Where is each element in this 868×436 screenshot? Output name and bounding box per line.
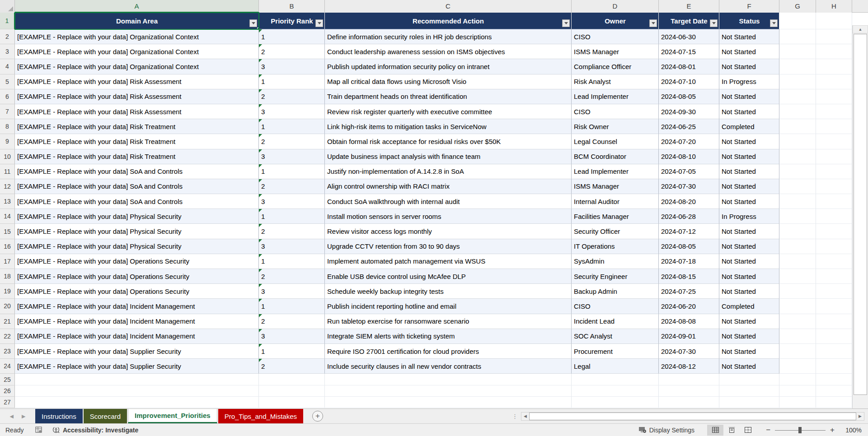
cell-rank[interactable]: 1 (259, 299, 325, 314)
header-cell-status[interactable]: Status (719, 13, 779, 29)
cell-target-date[interactable]: 2024-08-05 (659, 89, 719, 104)
cell-action[interactable]: Upgrade CCTV retention from 30 to 90 day… (325, 239, 572, 254)
cell-owner[interactable]: Security Engineer (572, 269, 659, 284)
empty-cell[interactable] (816, 385, 852, 397)
cell-domain[interactable]: [EXAMPLE - Replace with your data] Opera… (15, 254, 259, 269)
vertical-scrollbar[interactable]: ▲ ▼ (852, 25, 868, 421)
row-header-6[interactable]: 6 (0, 89, 15, 104)
cell-domain[interactable]: [EXAMPLE - Replace with your data] Risk … (15, 74, 259, 89)
cell-action[interactable]: Conduct leadership awareness session on … (325, 44, 572, 59)
cell-domain[interactable]: [EXAMPLE - Replace with your data] Organ… (15, 44, 259, 59)
cell-action[interactable]: Map all critical data flows using Micros… (325, 74, 572, 89)
cell-rank[interactable]: 2 (259, 89, 325, 104)
column-header-f[interactable]: F (719, 0, 779, 13)
row-header-20[interactable]: 20 (0, 299, 15, 314)
header-cell-target-date[interactable]: Target Date (659, 13, 719, 29)
row-header-7[interactable]: 7 (0, 104, 15, 119)
cell-target-date[interactable]: 2024-08-10 (659, 149, 719, 164)
cell-owner[interactable]: ISMS Manager (572, 179, 659, 194)
cell-target-date[interactable]: 2024-07-20 (659, 134, 719, 149)
cell-owner[interactable]: Lead Implementer (572, 164, 659, 179)
empty-cell[interactable] (779, 13, 816, 29)
cell-rank[interactable]: 1 (259, 29, 325, 44)
filter-button[interactable] (562, 19, 570, 27)
cell-status[interactable]: Not Started (719, 134, 779, 149)
cell-action[interactable]: Review risk register quarterly with exec… (325, 104, 572, 119)
cell-target-date[interactable]: 2024-09-01 (659, 329, 719, 344)
empty-cell[interactable] (779, 179, 816, 194)
cell-rank[interactable]: 2 (259, 269, 325, 284)
row-header-5[interactable]: 5 (0, 74, 15, 89)
normal-view-button[interactable] (707, 425, 723, 436)
empty-cell[interactable] (779, 269, 816, 284)
cell-owner[interactable]: SysAdmin (572, 254, 659, 269)
cell-target-date[interactable]: 2024-07-18 (659, 254, 719, 269)
cell-status[interactable]: Not Started (719, 149, 779, 164)
zoom-slider-thumb[interactable] (798, 427, 802, 433)
cell-domain[interactable]: [EXAMPLE - Replace with your data] Risk … (15, 104, 259, 119)
cell-target-date[interactable]: 2024-08-05 (659, 239, 719, 254)
cell-rank[interactable]: 3 (259, 149, 325, 164)
cell-domain[interactable]: [EXAMPLE - Replace with your data] Incid… (15, 299, 259, 314)
empty-cell[interactable] (15, 385, 259, 397)
cell-owner[interactable]: BCM Coordinator (572, 149, 659, 164)
cell-domain[interactable]: [EXAMPLE - Replace with your data] Physi… (15, 209, 259, 224)
cell-target-date[interactable]: 2024-08-15 (659, 269, 719, 284)
filter-button[interactable] (315, 19, 323, 27)
empty-cell[interactable] (779, 209, 816, 224)
empty-cell[interactable] (816, 89, 852, 104)
cell-owner[interactable]: Incident Lead (572, 314, 659, 329)
cell-owner[interactable]: CISO (572, 104, 659, 119)
row-header-14[interactable]: 14 (0, 209, 15, 224)
cell-action[interactable]: Define information security roles in HR … (325, 29, 572, 44)
cell-owner[interactable]: Compliance Officer (572, 59, 659, 74)
empty-cell[interactable] (816, 269, 852, 284)
empty-cell[interactable] (659, 385, 719, 397)
empty-cell[interactable] (572, 374, 659, 385)
cell-target-date[interactable]: 2024-09-30 (659, 104, 719, 119)
column-header-g[interactable]: G (779, 0, 816, 13)
empty-cell[interactable] (779, 104, 816, 119)
header-cell-domain-area[interactable]: Domain Area (15, 13, 259, 29)
empty-cell[interactable] (779, 254, 816, 269)
cell-action[interactable]: Publish incident reporting hotline and e… (325, 299, 572, 314)
cell-domain[interactable]: [EXAMPLE - Replace with your data] Organ… (15, 29, 259, 44)
header-cell-owner[interactable]: Owner (572, 13, 659, 29)
row-header-17[interactable]: 17 (0, 254, 15, 269)
cell-domain[interactable]: [EXAMPLE - Replace with your data] SoA a… (15, 179, 259, 194)
cell-action[interactable]: Obtain formal risk acceptance for residu… (325, 134, 572, 149)
empty-cell[interactable] (779, 59, 816, 74)
cell-target-date[interactable]: 2024-07-12 (659, 224, 719, 239)
cell-target-date[interactable]: 2024-08-12 (659, 359, 719, 374)
cell-rank[interactable]: 3 (259, 329, 325, 344)
add-sheet-button[interactable]: + (312, 411, 323, 422)
row-header-3[interactable]: 3 (0, 44, 15, 59)
column-header-e[interactable]: E (659, 0, 719, 13)
cell-rank[interactable]: 3 (259, 239, 325, 254)
cell-target-date[interactable]: 2024-07-05 (659, 164, 719, 179)
empty-cell[interactable] (816, 374, 852, 385)
empty-cell[interactable] (719, 397, 779, 408)
row-header-25[interactable]: 25 (0, 374, 15, 385)
zoom-out-button[interactable]: − (766, 426, 770, 435)
empty-cell[interactable] (572, 397, 659, 408)
cell-owner[interactable]: Backup Admin (572, 284, 659, 299)
cell-rank[interactable]: 2 (259, 224, 325, 239)
empty-cell[interactable] (816, 149, 852, 164)
cell-action[interactable]: Implement automated patch management via… (325, 254, 572, 269)
cell-status[interactable]: Not Started (719, 314, 779, 329)
row-header-1[interactable]: 1 (0, 13, 15, 29)
cell-rank[interactable]: 2 (259, 314, 325, 329)
cell-owner[interactable]: Legal (572, 359, 659, 374)
empty-cell[interactable] (816, 284, 852, 299)
cell-domain[interactable]: [EXAMPLE - Replace with your data] Risk … (15, 149, 259, 164)
row-header-18[interactable]: 18 (0, 269, 15, 284)
row-header-8[interactable]: 8 (0, 119, 15, 134)
empty-cell[interactable] (659, 374, 719, 385)
cell-status[interactable]: Not Started (719, 329, 779, 344)
cell-rank[interactable]: 1 (259, 254, 325, 269)
empty-cell[interactable] (779, 329, 816, 344)
cell-status[interactable]: Not Started (719, 179, 779, 194)
cell-action[interactable]: Update business impact analysis with fin… (325, 149, 572, 164)
cell-action[interactable]: Integrate SIEM alerts with ticketing sys… (325, 329, 572, 344)
